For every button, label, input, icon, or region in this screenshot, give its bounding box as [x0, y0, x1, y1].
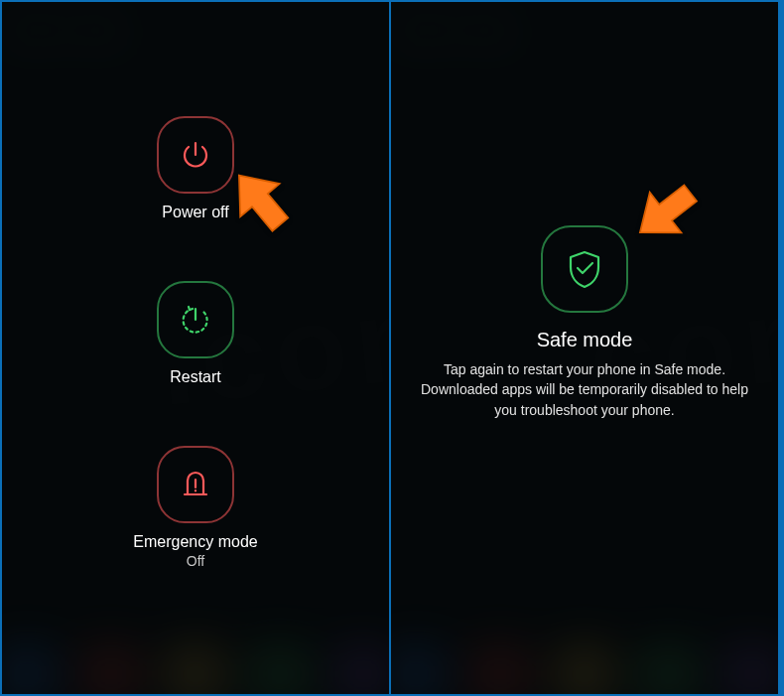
pointer-arrow-left [218, 159, 304, 244]
emergency-option[interactable]: Emergency mode Off [133, 446, 257, 569]
power-icon [178, 137, 213, 173]
safe-mode-description: Tap again to restart your phone in Safe … [419, 359, 750, 420]
emergency-label: Emergency mode [133, 533, 257, 551]
safe-mode-button[interactable] [541, 225, 628, 313]
restart-icon [177, 301, 214, 339]
safe-mode-title: Safe mode [537, 329, 633, 351]
restart-label: Restart [157, 368, 234, 386]
restart-button[interactable] [157, 281, 234, 358]
pointer-arrow-right [624, 169, 710, 254]
emergency-button[interactable] [157, 446, 234, 523]
shield-check-icon [563, 247, 606, 291]
safe-mode-confirm-screen: 15:41 .com Safe mode Tap again to restar… [391, 2, 778, 694]
power-menu-screen: 15:41 .com Power off [2, 2, 389, 694]
emergency-icon [178, 467, 213, 502]
emergency-sublabel: Off [133, 553, 257, 569]
restart-option[interactable]: Restart [157, 281, 234, 386]
